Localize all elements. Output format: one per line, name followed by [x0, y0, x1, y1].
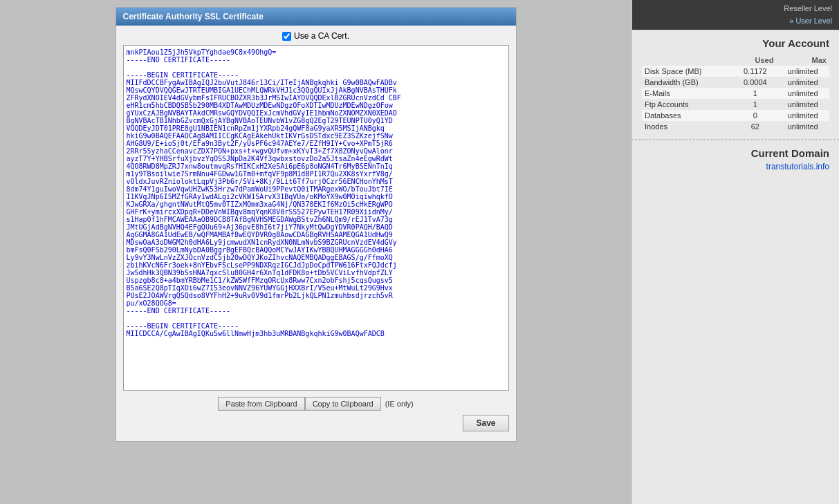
current-domain-section: Current Domain transtutorials.info: [632, 140, 839, 178]
table-row: Databases0unlimited: [642, 110, 829, 121]
table-row: Ftp Accounts1unlimited: [642, 99, 829, 110]
copy-to-clipboard-button[interactable]: Copy to Clipboard: [305, 397, 381, 411]
current-domain-title: Current Domain: [642, 147, 829, 159]
row-used: 1: [734, 99, 776, 110]
row-used: 0: [734, 110, 776, 121]
your-account-title: Your Account: [642, 37, 829, 49]
your-account-section: Your Account Used Max Disk Space (MB)0.1…: [632, 30, 839, 140]
save-button[interactable]: Save: [463, 415, 508, 431]
row-max: unlimited: [776, 99, 829, 110]
col-max-header: Max: [776, 55, 829, 66]
row-label: E-Mails: [642, 88, 734, 99]
reseller-level-bar: Reseller Level » User Level: [632, 0, 839, 30]
user-level-link[interactable]: » User Level: [789, 17, 832, 25]
table-row: E-Mails1unlimited: [642, 88, 829, 99]
cert-textarea[interactable]: mnkPIAou1Z5jJh5VkpTYghdae9C8x49OhgQ= ---…: [123, 45, 509, 391]
row-label: Ftp Accounts: [642, 99, 734, 110]
row-max: unlimited: [776, 121, 829, 132]
row-max: unlimited: [776, 77, 829, 88]
cert-panel-header: Certificate Authority SSL Certificate: [116, 8, 516, 26]
save-row: Save: [123, 415, 509, 436]
row-label: Databases: [642, 110, 734, 121]
col-label-header: [642, 55, 734, 66]
use-ca-cert-label: Use a CA Cert.: [294, 31, 349, 41]
col-used-header: Used: [734, 55, 776, 66]
current-domain-value: transtutorials.info: [642, 162, 829, 171]
cert-buttons-row: Paste from Clipboard Copy to Clipboard (…: [123, 397, 509, 411]
paste-from-clipboard-button[interactable]: Paste from Clipboard: [218, 397, 304, 411]
row-used: 0.0004: [734, 77, 776, 88]
sidebar: Reseller Level » User Level Your Account…: [631, 0, 839, 504]
row-label: Bandwidth (GB): [642, 77, 734, 88]
main-area: Certificate Authority SSL Certificate Us…: [0, 0, 631, 504]
row-label: Inodes: [642, 121, 734, 132]
row-max: unlimited: [776, 110, 829, 121]
account-table: Used Max Disk Space (MB)0.1172unlimitedB…: [642, 55, 829, 132]
table-row: Bandwidth (GB)0.0004unlimited: [642, 77, 829, 88]
ie-only-label: (IE only): [385, 400, 414, 408]
cert-panel: Certificate Authority SSL Certificate Us…: [116, 7, 517, 442]
reseller-level-text: Reseller Level: [639, 3, 832, 15]
row-max: unlimited: [776, 66, 829, 77]
use-ca-cert-checkbox[interactable]: [282, 32, 291, 41]
row-used: 62: [734, 121, 776, 132]
cert-panel-body: Use a CA Cert. mnkPIAou1Z5jJh5VkpTYghdae…: [116, 26, 516, 441]
use-ca-cert-row: Use a CA Cert.: [123, 31, 509, 41]
row-max: unlimited: [776, 88, 829, 99]
table-row: Inodes62unlimited: [642, 121, 829, 132]
row-label: Disk Space (MB): [642, 66, 734, 77]
row-used: 0.1172: [734, 66, 776, 77]
row-used: 1: [734, 88, 776, 99]
table-row: Disk Space (MB)0.1172unlimited: [642, 66, 829, 77]
cert-panel-title: Certificate Authority SSL Certificate: [123, 12, 264, 21]
